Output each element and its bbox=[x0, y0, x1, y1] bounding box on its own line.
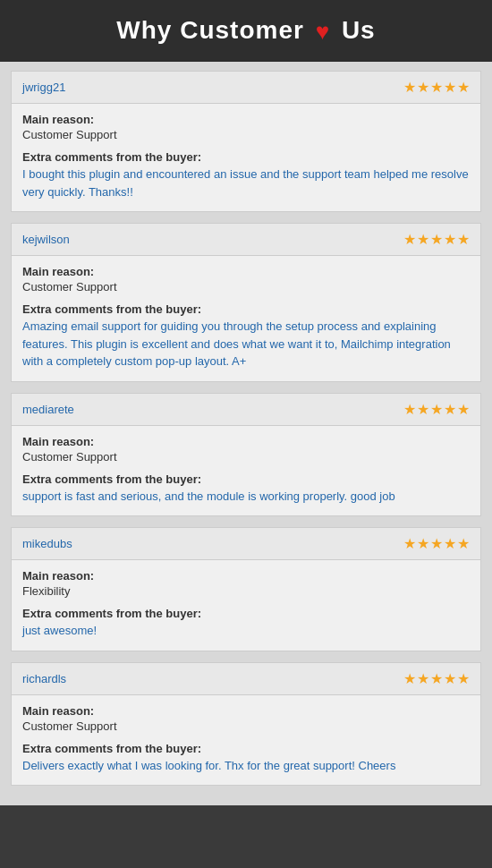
review-header: jwrigg21 ★★★★★ bbox=[12, 72, 480, 104]
page-title: Why Customer ♥ Us bbox=[18, 16, 474, 46]
review-header: mediarete ★★★★★ bbox=[12, 394, 480, 426]
star-icon: ★ bbox=[417, 79, 429, 96]
extra-comments-label: Extra comments from the buyer: bbox=[22, 607, 470, 620]
star-icon: ★ bbox=[403, 401, 416, 418]
star-icon: ★ bbox=[430, 670, 443, 687]
main-reason-label: Main reason: bbox=[22, 704, 470, 718]
star-icon: ★ bbox=[430, 535, 443, 552]
review-card: mikedubs ★★★★★ Main reason: Flexibility … bbox=[11, 527, 481, 651]
footer-bar bbox=[0, 805, 492, 823]
extra-comments-value: I bought this plugin and encountered an … bbox=[22, 166, 470, 200]
star-rating: ★★★★★ bbox=[403, 401, 470, 418]
star-icon: ★ bbox=[403, 231, 416, 248]
star-icon: ★ bbox=[457, 401, 470, 418]
extra-comments-label: Extra comments from the buyer: bbox=[22, 742, 470, 755]
extra-comments-value: Delivers exactly what I was looking for.… bbox=[22, 757, 470, 775]
star-icon: ★ bbox=[457, 231, 470, 248]
star-icon: ★ bbox=[417, 535, 429, 552]
review-body: Main reason: Customer Support Extra comm… bbox=[12, 104, 480, 211]
review-card: kejwilson ★★★★★ Main reason: Customer Su… bbox=[11, 223, 481, 382]
heart-icon: ♥ bbox=[316, 18, 330, 46]
star-icon: ★ bbox=[457, 535, 470, 552]
star-rating: ★★★★★ bbox=[403, 231, 470, 248]
reviewer-name[interactable]: jwrigg21 bbox=[22, 81, 65, 94]
extra-comments-value: support is fast and serious, and the mod… bbox=[22, 488, 470, 506]
review-header: mikedubs ★★★★★ bbox=[12, 528, 480, 560]
review-body: Main reason: Customer Support Extra comm… bbox=[12, 426, 480, 516]
reviewer-name[interactable]: richardls bbox=[22, 672, 66, 685]
title-before: Why Customer bbox=[116, 16, 304, 44]
extra-comments-label: Extra comments from the buyer: bbox=[22, 302, 470, 316]
star-icon: ★ bbox=[444, 79, 456, 96]
star-icon: ★ bbox=[430, 231, 443, 248]
star-icon: ★ bbox=[457, 79, 470, 96]
star-icon: ★ bbox=[403, 670, 416, 687]
star-icon: ★ bbox=[444, 535, 456, 552]
star-rating: ★★★★★ bbox=[403, 670, 470, 687]
review-body: Main reason: Customer Support Extra comm… bbox=[12, 256, 480, 381]
review-header: kejwilson ★★★★★ bbox=[12, 224, 480, 256]
main-reason-value: Customer Support bbox=[22, 450, 470, 464]
review-card: mediarete ★★★★★ Main reason: Customer Su… bbox=[11, 393, 481, 517]
main-reason-value: Flexibility bbox=[22, 584, 470, 598]
star-icon: ★ bbox=[403, 535, 416, 552]
extra-comments-value: Amazing email support for guiding you th… bbox=[22, 318, 470, 370]
title-after: Us bbox=[342, 16, 376, 44]
review-header: richardls ★★★★★ bbox=[12, 663, 480, 695]
star-icon: ★ bbox=[417, 231, 429, 248]
star-icon: ★ bbox=[417, 670, 429, 687]
review-body: Main reason: Customer Support Extra comm… bbox=[12, 695, 480, 786]
reviewer-name[interactable]: mikedubs bbox=[22, 537, 72, 550]
main-reason-value: Customer Support bbox=[22, 128, 470, 141]
star-rating: ★★★★★ bbox=[403, 535, 470, 552]
main-reason-value: Customer Support bbox=[22, 719, 470, 733]
star-icon: ★ bbox=[444, 231, 456, 248]
page-header: Why Customer ♥ Us bbox=[0, 0, 492, 62]
star-icon: ★ bbox=[430, 401, 443, 418]
main-reason-label: Main reason: bbox=[22, 435, 470, 448]
star-icon: ★ bbox=[417, 401, 429, 418]
main-reason-value: Customer Support bbox=[22, 280, 470, 294]
extra-comments-label: Extra comments from the buyer: bbox=[22, 150, 470, 164]
review-card: richardls ★★★★★ Main reason: Customer Su… bbox=[11, 662, 481, 787]
main-reason-label: Main reason: bbox=[22, 569, 470, 583]
star-icon: ★ bbox=[430, 79, 443, 96]
main-reason-label: Main reason: bbox=[22, 265, 470, 278]
extra-comments-value: just awesome! bbox=[22, 622, 470, 640]
star-icon: ★ bbox=[403, 79, 416, 96]
review-body: Main reason: Flexibility Extra comments … bbox=[12, 560, 480, 651]
star-icon: ★ bbox=[444, 670, 456, 687]
extra-comments-label: Extra comments from the buyer: bbox=[22, 472, 470, 486]
review-card: jwrigg21 ★★★★★ Main reason: Customer Sup… bbox=[11, 71, 481, 212]
star-rating: ★★★★★ bbox=[403, 79, 470, 96]
reviews-container: jwrigg21 ★★★★★ Main reason: Customer Sup… bbox=[0, 62, 492, 805]
reviewer-name[interactable]: mediarete bbox=[22, 403, 74, 416]
main-reason-label: Main reason: bbox=[22, 113, 470, 126]
star-icon: ★ bbox=[457, 670, 470, 687]
star-icon: ★ bbox=[444, 401, 456, 418]
reviewer-name[interactable]: kejwilson bbox=[22, 233, 70, 246]
